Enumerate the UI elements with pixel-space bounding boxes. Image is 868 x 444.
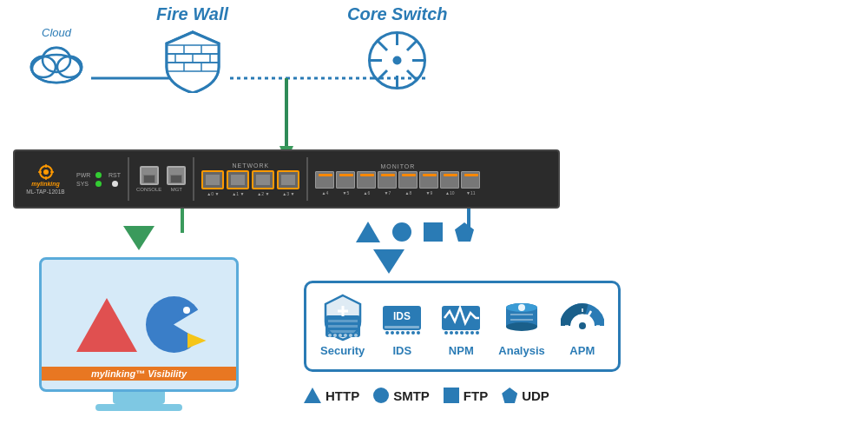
pacman-eye — [183, 307, 190, 314]
brand-logo-icon — [37, 163, 55, 181]
coreswitch-group: Core Switch — [347, 4, 448, 96]
shape-triangle-top — [356, 222, 380, 242]
svg-point-64 — [401, 331, 404, 335]
ids-icon: IDS — [380, 295, 424, 339]
bottom-section: mylinking™ Visibility — [0, 217, 868, 444]
visibility-side: mylinking™ Visibility — [0, 217, 278, 444]
mgt-port-inner — [170, 175, 182, 183]
svg-point-72 — [460, 331, 464, 335]
monitor-ports-grid — [315, 171, 480, 189]
svg-point-82 — [518, 304, 525, 311]
mon-port-8 — [398, 171, 418, 189]
tool-npm: NPM — [439, 295, 483, 357]
svg-point-78 — [506, 322, 537, 331]
svg-point-66 — [411, 331, 415, 335]
console-port-label: CONSOLE — [136, 187, 161, 192]
proto-udp: UDP — [502, 388, 549, 403]
triangle-icon — [76, 298, 137, 352]
proto-udp-label: UDP — [522, 388, 549, 403]
firewall-label: Fire Wall — [156, 4, 228, 24]
svg-point-84 — [579, 322, 586, 329]
proto-ftp-icon — [444, 388, 459, 403]
coreswitch-icon — [365, 28, 430, 93]
shape-pentagon-top — [455, 222, 474, 242]
led-sys-dot — [95, 181, 102, 187]
led-sys-row: SYS — [76, 181, 121, 187]
svg-point-54 — [339, 334, 342, 337]
protocol-shapes-top — [356, 222, 474, 242]
led-pwr-label: PWR — [76, 172, 92, 178]
led-sys-label: SYS — [76, 181, 92, 187]
npm-label: NPM — [449, 344, 474, 357]
tools-side: Security IDS — [278, 217, 868, 444]
security-label: Security — [320, 344, 365, 357]
proto-smtp-icon — [373, 388, 389, 403]
mgt-port — [167, 166, 186, 185]
console-mgt-ports: CONSOLE MGT — [136, 166, 186, 192]
proto-udp-icon — [502, 388, 517, 403]
cloud-icon — [26, 43, 87, 86]
svg-rect-60 — [385, 326, 419, 328]
analysis-icon — [500, 295, 543, 339]
protocol-legend: HTTP SMTP FTP UDP — [304, 388, 549, 403]
shape-square-top — [424, 222, 443, 242]
svg-point-53 — [333, 334, 337, 337]
analysis-icon-wrap — [500, 295, 543, 339]
mon-port-4 — [315, 171, 334, 189]
console-port-wrap: CONSOLE — [136, 166, 161, 192]
mon-port-11 — [461, 171, 480, 189]
proto-http-label: HTTP — [326, 388, 359, 403]
svg-point-74 — [470, 331, 474, 335]
network-port-2 — [252, 170, 274, 189]
coreswitch-label: Core Switch — [347, 4, 448, 24]
network-port-3 — [277, 170, 299, 189]
brand-name: mylinking — [31, 181, 60, 187]
svg-point-75 — [476, 331, 479, 335]
svg-line-36 — [378, 41, 387, 50]
device-leds: PWR RST SYS — [76, 172, 121, 187]
mon-port-9 — [419, 171, 438, 189]
tool-security: Security — [320, 295, 365, 357]
mon-port-5 — [336, 171, 355, 189]
mon-port-7 — [378, 171, 397, 189]
led-rst-label: RST — [108, 172, 121, 178]
monitor-section-label: MONITOR — [380, 163, 415, 169]
svg-point-31 — [393, 56, 402, 65]
svg-point-41 — [43, 169, 49, 175]
network-port-1 — [227, 170, 249, 189]
analysis-label: Analysis — [498, 344, 544, 357]
scene: Cloud Fire Wall — [0, 0, 868, 444]
device: mylinking ML-TAP-1201B PWR RST SYS — [13, 149, 560, 209]
pie-slice — [187, 333, 207, 348]
svg-point-69 — [444, 331, 448, 335]
svg-line-37 — [407, 70, 417, 80]
proto-http: HTTP — [304, 388, 359, 403]
console-port — [140, 166, 159, 185]
svg-point-55 — [344, 334, 347, 337]
svg-point-52 — [328, 334, 332, 337]
apm-icon — [561, 295, 604, 339]
divider-3 — [306, 157, 308, 201]
led-pwr-dot — [95, 172, 102, 178]
monitor-icons — [76, 296, 202, 353]
svg-point-70 — [450, 331, 453, 335]
network-section-label: NETWORK — [232, 162, 269, 169]
svg-point-73 — [465, 331, 469, 335]
svg-point-71 — [455, 331, 458, 335]
firewall-group: Fire Wall — [156, 4, 228, 96]
npm-icon — [439, 295, 483, 339]
svg-line-38 — [407, 41, 417, 50]
visibility-brand-label: mylinking™ Visibility — [42, 367, 236, 381]
svg-point-65 — [406, 331, 410, 335]
mon-port-6 — [357, 171, 376, 189]
led-rst-dot — [112, 181, 118, 187]
apm-icon-wrap — [561, 295, 604, 339]
network-ports-grid — [201, 170, 299, 189]
mgt-port-wrap: MGT — [167, 166, 186, 192]
cloud-group: Cloud — [26, 26, 87, 86]
npm-icon-wrap — [439, 295, 483, 339]
svg-point-56 — [349, 334, 352, 337]
device-monitor-ports: MONITOR ▲4 ▼5 ▲6 ▼7 ▲8 ▼9 ▲10 ▼11 — [315, 163, 480, 195]
svg-point-61 — [385, 331, 389, 335]
led-pwr-row: PWR RST — [76, 172, 121, 178]
